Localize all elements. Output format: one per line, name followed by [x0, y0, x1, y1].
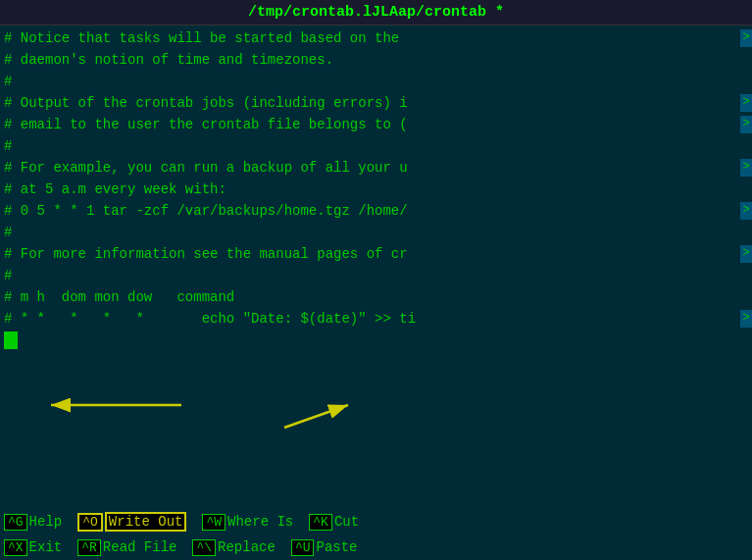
- line-text: # For example, you can run a backup of a…: [4, 158, 740, 178]
- title-text: /tmp/crontab.lJLAap/crontab *: [248, 4, 504, 21]
- editor-line: # m h dom mon dow command: [4, 286, 752, 308]
- shortcut-label: Exit: [29, 539, 63, 555]
- editor-line: #: [4, 135, 752, 157]
- line-text: # email to the user the crontab file bel…: [4, 115, 740, 134]
- overflow-indicator: >: [740, 245, 752, 262]
- shortcut-label: Cut: [334, 514, 359, 530]
- overflow-indicator: >: [740, 310, 752, 327]
- editor-area[interactable]: # Notice that tasks will be started base…: [0, 25, 752, 509]
- shortcut-key: ^W: [202, 514, 226, 531]
- editor-line: # email to the user the crontab file bel…: [4, 114, 752, 135]
- arrow-overlay: [0, 374, 752, 452]
- shortcut-key: ^G: [4, 514, 27, 531]
- editor-line: #: [4, 222, 752, 243]
- line-text: # m h dom mon dow command: [4, 287, 752, 307]
- line-text: # 0 5 * * 1 tar -zcf /var/backups/home.t…: [4, 201, 740, 221]
- shortcut-label: Read File: [103, 539, 177, 555]
- line-text: # For more information see the manual pa…: [4, 244, 740, 264]
- line-text: #: [4, 266, 752, 285]
- statusbar: ^G Help^O Write Out^W Where Is^K Cut ^X …: [0, 509, 752, 560]
- overflow-indicator: >: [740, 116, 752, 132]
- overflow-indicator: >: [740, 29, 752, 46]
- shortcut-key: ^U: [291, 539, 315, 556]
- line-text: #: [4, 136, 752, 156]
- line-text: # at 5 a.m every week with:: [4, 179, 752, 199]
- overflow-indicator: >: [740, 159, 752, 176]
- line-text: #: [4, 223, 752, 242]
- shortcut-key: ^O: [77, 513, 103, 532]
- shortcut-item[interactable]: ^U Paste: [291, 539, 358, 556]
- editor-lines: # Notice that tasks will be started base…: [0, 27, 752, 330]
- shortcut-label: Where Is: [227, 514, 293, 530]
- shortcut-item[interactable]: ^W Where Is: [202, 514, 293, 531]
- cursor-block: [4, 331, 18, 349]
- editor-line: # For more information see the manual pa…: [4, 243, 752, 265]
- shortcut-item[interactable]: ^\ Replace: [192, 539, 275, 556]
- editor-line: # daemon's notion of time and timezones.: [4, 49, 752, 71]
- shortcut-label: Paste: [316, 539, 357, 555]
- line-text: # * * * * * echo "Date: $(date)" >> ti: [4, 309, 740, 329]
- editor-line: # 0 5 * * 1 tar -zcf /var/backups/home.t…: [4, 200, 752, 222]
- editor-line: # at 5 a.m every week with:: [4, 178, 752, 200]
- shortcut-item[interactable]: ^X Exit: [4, 539, 62, 556]
- shortcut-label: Write Out: [105, 512, 187, 532]
- line-text: # Output of the crontab jobs (including …: [4, 93, 740, 113]
- shortcut-label: Replace: [218, 539, 276, 555]
- line-text: #: [4, 72, 752, 91]
- shortcut-item[interactable]: ^G Help: [4, 514, 62, 531]
- editor-line: #: [4, 265, 752, 286]
- shortcut-row-2: ^X Exit^R Read File^\ Replace^U Paste: [0, 535, 752, 560]
- editor-line: # Notice that tasks will be started base…: [4, 27, 752, 49]
- shortcut-key: ^X: [4, 539, 27, 556]
- terminal-window: /tmp/crontab.lJLAap/crontab * # Notice t…: [0, 0, 752, 560]
- editor-line: # Output of the crontab jobs (including …: [4, 92, 752, 114]
- overflow-indicator: >: [740, 94, 752, 111]
- cursor-line: [0, 330, 752, 351]
- shortcut-label: Help: [29, 514, 63, 530]
- shortcut-item[interactable]: ^R Read File: [77, 539, 176, 556]
- shortcut-key: ^K: [309, 514, 332, 531]
- shortcut-item[interactable]: ^O Write Out: [77, 512, 186, 532]
- shortcut-key: ^\: [192, 539, 216, 556]
- editor-line: # For example, you can run a backup of a…: [4, 157, 752, 178]
- shortcut-row-1: ^G Help^O Write Out^W Where Is^K Cut: [0, 509, 752, 535]
- shortcut-item[interactable]: ^K Cut: [309, 514, 359, 531]
- title-bar: /tmp/crontab.lJLAap/crontab *: [0, 0, 752, 25]
- shortcut-key: ^R: [77, 539, 101, 556]
- line-text: # daemon's notion of time and timezones.: [4, 50, 752, 70]
- overflow-indicator: >: [740, 202, 752, 219]
- line-text: # Notice that tasks will be started base…: [4, 28, 740, 48]
- editor-line: # * * * * * echo "Date: $(date)" >> ti>: [4, 308, 752, 330]
- svg-line-3: [284, 405, 348, 428]
- editor-line: #: [4, 71, 752, 92]
